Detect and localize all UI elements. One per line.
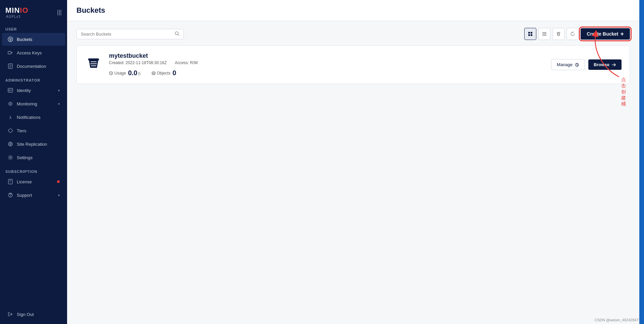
buckets-icon xyxy=(7,36,13,42)
page-title: Buckets xyxy=(76,6,105,15)
section-subscription-label: Subscription xyxy=(0,164,67,175)
svg-rect-17 xyxy=(531,34,532,36)
sidebar-item-sign-out-label: Sign Out xyxy=(17,312,60,317)
section-administrator-label: Administrator xyxy=(0,73,67,84)
support-icon xyxy=(7,192,13,198)
sidebar-item-access-keys-label: Access Keys xyxy=(17,50,60,55)
search-input[interactable] xyxy=(81,32,175,37)
sidebar-item-notifications-label: Notifications xyxy=(17,115,60,120)
svg-rect-2 xyxy=(11,52,13,53)
sidebar-item-identity[interactable]: Identity ▾ xyxy=(2,84,65,97)
svg-point-6 xyxy=(9,102,12,105)
bucket-name: mytestbucket xyxy=(109,52,544,59)
monitoring-chevron-icon: ▾ xyxy=(58,102,60,106)
toolbar-right: Create Bucket + xyxy=(524,28,630,40)
svg-rect-21 xyxy=(88,58,99,60)
hamburger-icon[interactable]: ||| xyxy=(57,9,62,16)
sign-out-icon xyxy=(7,311,13,317)
svg-marker-8 xyxy=(8,129,12,133)
manage-button[interactable]: Manage xyxy=(551,59,585,70)
sidebar-item-site-replication-label: Site Replication xyxy=(17,142,60,147)
svg-rect-16 xyxy=(528,34,530,36)
sidebar-item-notifications[interactable]: λ Notifications xyxy=(2,111,65,124)
browse-button[interactable]: Browse xyxy=(588,59,622,70)
watermark: CSDN @weixin_46242847~ xyxy=(595,318,641,322)
sidebar-item-tiers[interactable]: Tiers xyxy=(2,124,65,137)
sidebar-item-settings-label: Settings xyxy=(17,155,60,160)
objects-value: 0 xyxy=(172,69,176,77)
main-content: Buckets xyxy=(67,0,639,324)
monitoring-icon xyxy=(7,101,13,107)
sidebar-item-documentation[interactable]: Documentation xyxy=(2,60,65,73)
logo-license: AGPLv3 xyxy=(5,15,29,18)
usage-label: Usage xyxy=(109,71,126,76)
logo: MINIO xyxy=(5,6,29,15)
bucket-card: mytestbucket Created: 2022-11-18T08:30:1… xyxy=(76,45,630,84)
bucket-info: mytestbucket Created: 2022-11-18T08:30:1… xyxy=(109,52,544,77)
sidebar-item-monitoring-label: Monitoring xyxy=(17,101,55,106)
identity-icon xyxy=(7,87,13,93)
svg-rect-18 xyxy=(542,32,546,33)
license-icon xyxy=(7,179,13,185)
sidebar-item-support[interactable]: Support ▾ xyxy=(2,189,65,201)
create-bucket-label: Create Bucket xyxy=(587,31,618,37)
refresh-button[interactable] xyxy=(567,28,579,40)
bucket-actions: Manage Browse xyxy=(551,59,622,70)
bucket-icon-wrap xyxy=(85,56,102,74)
bucket-stats: Usage 0.0 B Objects 0 xyxy=(109,69,544,77)
sidebar-item-monitoring[interactable]: Monitoring ▾ xyxy=(2,97,65,110)
delete-button[interactable] xyxy=(552,28,565,40)
sidebar-item-license-label: License xyxy=(17,179,52,184)
usage-stat: Usage 0.0 B xyxy=(109,69,141,77)
main-header: Buckets xyxy=(67,0,639,21)
sidebar-item-license[interactable]: License xyxy=(2,175,65,188)
access-keys-icon xyxy=(7,50,13,56)
bucket-created: Created: 2022-11-18T08:30:16Z xyxy=(109,60,167,65)
bucket-access: Access: R/W xyxy=(175,60,198,65)
toolbar: Create Bucket + xyxy=(76,28,630,40)
svg-rect-15 xyxy=(531,32,532,34)
svg-point-12 xyxy=(10,196,10,197)
sidebar-item-sign-out[interactable]: Sign Out xyxy=(2,308,65,321)
sidebar-item-buckets-label: Buckets xyxy=(17,37,60,42)
grid-view-button[interactable] xyxy=(524,28,536,40)
settings-icon xyxy=(7,154,13,160)
sidebar-item-access-keys[interactable]: Access Keys xyxy=(2,46,65,59)
sidebar-item-settings[interactable]: Settings xyxy=(2,151,65,164)
search-container xyxy=(76,29,184,39)
sidebar-item-identity-label: Identity xyxy=(17,88,55,93)
tiers-icon xyxy=(7,128,13,134)
identity-chevron-icon: ▾ xyxy=(58,89,60,92)
create-bucket-button[interactable]: Create Bucket + xyxy=(581,28,630,40)
sidebar: MINIO AGPLv3 ||| User Buckets Access Key… xyxy=(0,0,67,324)
svg-rect-19 xyxy=(542,34,546,34)
bucket-meta: Created: 2022-11-18T08:30:16Z Access: R/… xyxy=(109,60,544,65)
usage-unit: B xyxy=(138,72,141,76)
svg-point-7 xyxy=(10,103,11,104)
svg-point-5 xyxy=(9,90,10,91)
browse-label: Browse xyxy=(594,62,609,67)
objects-stat: Objects 0 xyxy=(152,69,176,77)
usage-value: 0.0 xyxy=(128,69,138,77)
sidebar-item-buckets[interactable]: Buckets xyxy=(2,33,65,46)
svg-rect-14 xyxy=(528,32,530,34)
bucket-icon xyxy=(86,56,101,74)
svg-point-27 xyxy=(153,73,154,74)
main-body: Create Bucket + mytestb xyxy=(67,21,639,324)
sidebar-item-support-label: Support xyxy=(17,193,55,198)
svg-point-0 xyxy=(8,37,13,42)
svg-rect-1 xyxy=(8,51,11,54)
right-scroll-bar[interactable] xyxy=(639,0,644,324)
create-bucket-plus-icon: + xyxy=(620,31,624,37)
section-user-label: User xyxy=(0,22,67,33)
search-icon xyxy=(175,31,179,37)
site-replication-icon xyxy=(7,141,13,147)
manage-label: Manage xyxy=(557,62,573,67)
list-view-button[interactable] xyxy=(538,28,550,40)
logo-area: MINIO AGPLv3 ||| xyxy=(0,0,67,22)
svg-rect-20 xyxy=(542,35,546,36)
sidebar-item-site-replication[interactable]: Site Replication xyxy=(2,138,65,150)
documentation-icon xyxy=(7,63,13,69)
objects-label: Objects xyxy=(152,71,171,76)
sidebar-item-documentation-label: Documentation xyxy=(17,64,60,69)
